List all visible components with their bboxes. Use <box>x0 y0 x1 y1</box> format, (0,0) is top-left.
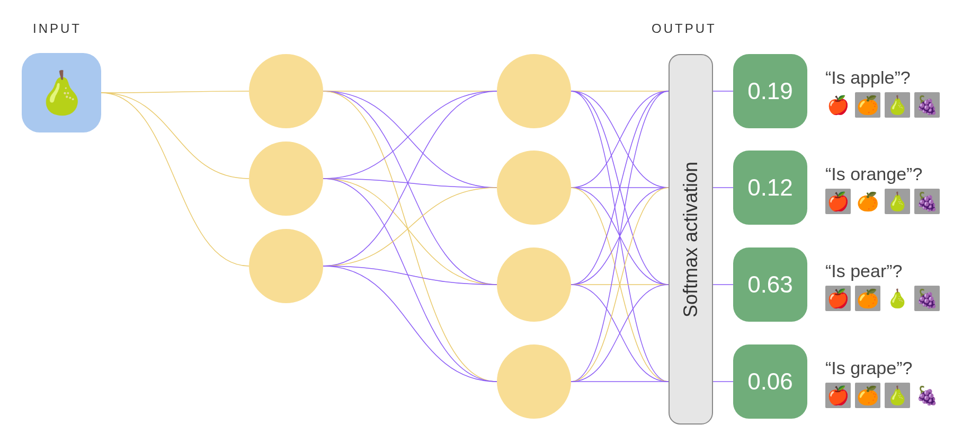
grape-icon: 🍇 <box>914 189 940 214</box>
output-box-pear: 0.63 <box>733 247 807 322</box>
apple-icon: 🍎 <box>825 189 851 214</box>
grape-icon: 🍇 <box>914 383 940 408</box>
output-box-orange: 0.12 <box>733 151 807 225</box>
apple-icon: 🍎 <box>825 286 851 311</box>
hidden2-neuron-4 <box>497 344 571 419</box>
edge <box>323 91 497 266</box>
hidden1-neuron-2 <box>249 142 323 216</box>
hidden2-neuron-2 <box>497 151 571 225</box>
edge <box>323 91 497 179</box>
edge <box>571 91 669 382</box>
output-question-grape: “Is grape”? <box>825 358 912 378</box>
edge <box>323 91 497 188</box>
edge <box>323 266 497 285</box>
softmax-block: Softmax activation <box>669 54 713 425</box>
edge <box>571 91 669 285</box>
edge <box>323 188 497 266</box>
hidden2-neuron-3 <box>497 247 571 322</box>
edge <box>323 91 497 285</box>
apple-icon: 🍎 <box>825 383 851 408</box>
output-question-pear: “Is pear”? <box>825 261 903 281</box>
edge <box>323 179 497 188</box>
edge <box>571 188 669 382</box>
edge <box>571 285 669 382</box>
output-label: OUTPUT <box>652 21 717 36</box>
edge <box>571 91 669 285</box>
edge <box>323 179 497 382</box>
apple-icon: 🍎 <box>825 92 851 118</box>
orange-icon: 🍊 <box>855 189 880 214</box>
output-value-pear: 0.63 <box>747 271 793 298</box>
orange-icon: 🍊 <box>855 92 880 118</box>
edge <box>323 266 497 382</box>
hidden1-neuron-1 <box>249 54 323 128</box>
edge <box>571 285 669 382</box>
output-value-apple: 0.19 <box>747 78 793 104</box>
output-question-apple: “Is apple”? <box>825 67 911 88</box>
input-label: INPUT <box>33 21 82 36</box>
edge <box>571 188 669 285</box>
hidden2-neuron-1 <box>497 54 571 128</box>
softmax-label: Softmax activation <box>680 161 702 317</box>
edge <box>323 179 497 285</box>
pear-icon: 🍐 <box>885 92 910 118</box>
fruit-row-orange: 🍎🍊🍐🍇 <box>825 189 940 214</box>
grape-icon: 🍇 <box>914 286 940 311</box>
pear-icon: 🍐 <box>885 383 910 408</box>
edge <box>323 91 497 382</box>
fruit-row-grape: 🍎🍊🍐🍇 <box>825 383 940 408</box>
edge <box>571 91 669 382</box>
input-image-box: 🍐 <box>22 53 101 132</box>
orange-icon: 🍊 <box>855 383 880 408</box>
nn-softmax-diagram: INPUT OUTPUT 🍐 Softmax activation 0.19“I… <box>0 0 980 442</box>
edge <box>571 188 669 285</box>
edge <box>571 91 669 188</box>
edge <box>571 91 669 188</box>
pear-icon: 🍐 <box>36 72 87 113</box>
output-value-grape: 0.06 <box>747 368 793 395</box>
output-box-grape: 0.06 <box>733 344 807 419</box>
fruit-row-apple: 🍎🍊🍐🍇 <box>825 92 940 118</box>
grape-icon: 🍇 <box>914 92 940 118</box>
output-value-orange: 0.12 <box>747 174 793 201</box>
edge <box>101 91 249 93</box>
edge <box>101 93 249 179</box>
pear-icon: 🍐 <box>885 286 910 311</box>
hidden1-neuron-3 <box>249 229 323 303</box>
fruit-row-pear: 🍎🍊🍐🍇 <box>825 286 940 311</box>
output-box-apple: 0.19 <box>733 54 807 128</box>
output-question-orange: “Is orange”? <box>825 164 922 184</box>
edge <box>571 188 669 382</box>
pear-icon: 🍐 <box>885 189 910 214</box>
orange-icon: 🍊 <box>855 286 880 311</box>
edge <box>101 93 249 266</box>
